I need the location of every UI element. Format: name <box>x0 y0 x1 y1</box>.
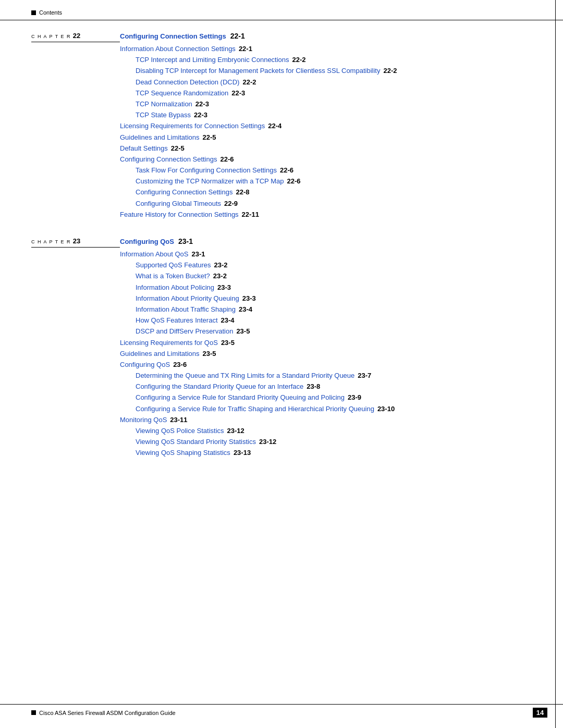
toc-link[interactable]: Configuring QoS <box>120 360 170 369</box>
toc-link[interactable]: DSCP and DiffServ Preservation <box>136 327 233 336</box>
chapter-22-divider <box>31 42 120 42</box>
toc-link[interactable]: Customizing the TCP Normalizer with a TC… <box>136 177 284 186</box>
toc-entry: Information About Traffic Shaping23-4 <box>120 305 547 314</box>
toc-link[interactable]: Configuring Global Timeouts <box>136 199 221 208</box>
toc-pagenum: 22-5 <box>171 144 185 153</box>
toc-pagenum: 23-3 <box>217 283 231 292</box>
toc-entry: Guidelines and Limitations22-5 <box>120 133 547 142</box>
toc-link[interactable]: TCP Intercept and Limiting Embryonic Con… <box>136 55 289 65</box>
chapter-22-title-pagenum: 22-1 <box>230 32 245 40</box>
toc-link[interactable]: Dead Connection Detection (DCD) <box>136 78 239 87</box>
toc-entry: Disabling TCP Intercept for Management P… <box>120 66 547 76</box>
toc-entry: Dead Connection Detection (DCD)22-2 <box>120 78 547 87</box>
toc-link[interactable]: Information About Connection Settings <box>120 44 236 54</box>
toc-link[interactable]: Configuring Connection Settings <box>120 155 217 164</box>
toc-link[interactable]: Configuring Connection Settings <box>136 188 232 197</box>
toc-entry: Configuring Connection Settings22-6 <box>120 155 547 164</box>
toc-pagenum: 23-12 <box>259 437 276 447</box>
chapter-22-label: C H A P T E R <box>31 34 71 39</box>
toc-link[interactable]: Information About Traffic Shaping <box>136 305 236 314</box>
chapter-22-title-link[interactable]: Configuring Connection Settings <box>120 32 226 40</box>
toc-entry: Information About Connection Settings22-… <box>120 44 547 54</box>
chapter-22-entries: Information About Connection Settings22-… <box>120 44 547 219</box>
chapter-23-title: Configuring QoS23-1 <box>120 237 547 245</box>
footer-title: Cisco ASA Series Firewall ASDM Configura… <box>39 710 176 716</box>
toc-entry: TCP Intercept and Limiting Embryonic Con… <box>120 55 547 65</box>
toc-link[interactable]: Guidelines and Limitations <box>120 349 199 359</box>
toc-entry: Information About Priority Queuing23-3 <box>120 294 547 303</box>
chapter-22-section: C H A P T E R 22 Configuring Connection … <box>31 31 547 221</box>
toc-link[interactable]: Task Flow For Configuring Connection Set… <box>136 166 277 175</box>
toc-pagenum: 23-3 <box>242 294 256 303</box>
toc-link[interactable]: TCP State Bypass <box>136 110 191 120</box>
toc-entry: Information About Policing23-3 <box>120 283 547 292</box>
toc-entry: How QoS Features Interact23-4 <box>120 316 547 325</box>
toc-entry: TCP State Bypass22-3 <box>120 110 547 120</box>
footer-left: Cisco ASA Series Firewall ASDM Configura… <box>31 710 176 716</box>
toc-entry: Determining the Queue and TX Ring Limits… <box>120 371 547 380</box>
toc-pagenum: 22-2 <box>242 78 256 87</box>
chapter-23-divider <box>31 247 120 248</box>
toc-link[interactable]: Viewing QoS Police Statistics <box>136 426 224 436</box>
chapter-23-entries: Information About QoS23-1Supported QoS F… <box>120 250 547 458</box>
toc-entry: Default Settings22-5 <box>120 144 547 153</box>
toc-pagenum: 22-8 <box>236 188 249 197</box>
toc-entry: What is a Token Bucket?23-2 <box>120 272 547 281</box>
chapter-22-content: Configuring Connection Settings22-1 Info… <box>120 31 547 221</box>
toc-pagenum: 23-10 <box>377 404 395 414</box>
toc-link[interactable]: Viewing QoS Shaping Statistics <box>136 448 230 458</box>
toc-link[interactable]: TCP Normalization <box>136 100 192 109</box>
right-border <box>555 0 556 728</box>
toc-entry: Viewing QoS Shaping Statistics23-13 <box>120 448 547 458</box>
toc-pagenum: 23-13 <box>234 448 251 458</box>
chapter-23-title-pagenum: 23-1 <box>178 237 193 245</box>
toc-pagenum: 23-7 <box>358 371 371 380</box>
toc-entry: Configuring Connection Settings22-8 <box>120 188 547 197</box>
toc-link[interactable]: Monitoring QoS <box>120 415 167 425</box>
toc-link[interactable]: Supported QoS Features <box>136 261 211 270</box>
toc-pagenum: 23-11 <box>170 415 187 425</box>
toc-link[interactable]: TCP Sequence Randomization <box>136 89 228 98</box>
toc-link[interactable]: Disabling TCP Intercept for Management P… <box>136 66 380 76</box>
toc-link[interactable]: Configuring a Service Rule for Standard … <box>136 393 345 402</box>
toc-link[interactable]: Licensing Requirements for Connection Se… <box>120 121 265 131</box>
toc-pagenum: 22-11 <box>242 210 259 219</box>
toc-pagenum: 22-4 <box>268 121 282 131</box>
toc-link[interactable]: Determining the Queue and TX Ring Limits… <box>136 371 354 380</box>
main-content: C H A P T E R 22 Configuring Connection … <box>31 31 547 697</box>
toc-link[interactable]: Guidelines and Limitations <box>120 133 199 142</box>
toc-pagenum: 23-8 <box>307 382 320 391</box>
toc-link[interactable]: Information About Priority Queuing <box>136 294 239 303</box>
toc-entry: Monitoring QoS23-11 <box>120 415 547 425</box>
toc-link[interactable]: Default Settings <box>120 144 168 153</box>
toc-entry: Task Flow For Configuring Connection Set… <box>120 166 547 175</box>
toc-pagenum: 22-1 <box>239 44 252 54</box>
chapter-23-content: Configuring QoS23-1 Information About Qo… <box>120 237 547 460</box>
toc-link[interactable]: What is a Token Bucket? <box>136 272 210 281</box>
toc-link[interactable]: Licensing Requirements for QoS <box>120 338 218 348</box>
toc-link[interactable]: Feature History for Connection Settings <box>120 210 239 219</box>
toc-pagenum: 23-6 <box>173 360 187 369</box>
toc-entry: Configuring a Service Rule for Standard … <box>120 393 547 402</box>
toc-link[interactable]: Configuring the Standard Priority Queue … <box>136 382 303 391</box>
toc-entry: Information About QoS23-1 <box>120 250 547 259</box>
toc-link[interactable]: Information About Policing <box>136 283 214 292</box>
toc-pagenum: 22-2 <box>292 55 306 65</box>
page-footer: Cisco ASA Series Firewall ASDM Configura… <box>0 704 563 718</box>
toc-link[interactable]: Information About QoS <box>120 250 189 259</box>
chapter-23-title-link[interactable]: Configuring QoS <box>120 238 174 245</box>
toc-link[interactable]: How QoS Features Interact <box>136 316 218 325</box>
page: Contents C H A P T E R 22 Configuring Co… <box>0 0 563 728</box>
chapter-23-num: 23 <box>73 237 80 245</box>
footer-page-number: 14 <box>533 708 547 718</box>
toc-link[interactable]: Configuring a Service Rule for Traffic S… <box>136 404 374 414</box>
toc-pagenum: 23-5 <box>202 349 216 359</box>
toc-pagenum: 22-6 <box>287 177 300 186</box>
toc-entry: Configuring a Service Rule for Traffic S… <box>120 404 547 414</box>
toc-pagenum: 22-3 <box>195 100 209 109</box>
toc-link[interactable]: Viewing QoS Standard Priority Statistics <box>136 437 256 447</box>
header-square-icon <box>31 10 36 15</box>
top-border <box>0 20 563 20</box>
toc-pagenum: 22-9 <box>224 199 238 208</box>
toc-entry: Supported QoS Features23-2 <box>120 261 547 270</box>
